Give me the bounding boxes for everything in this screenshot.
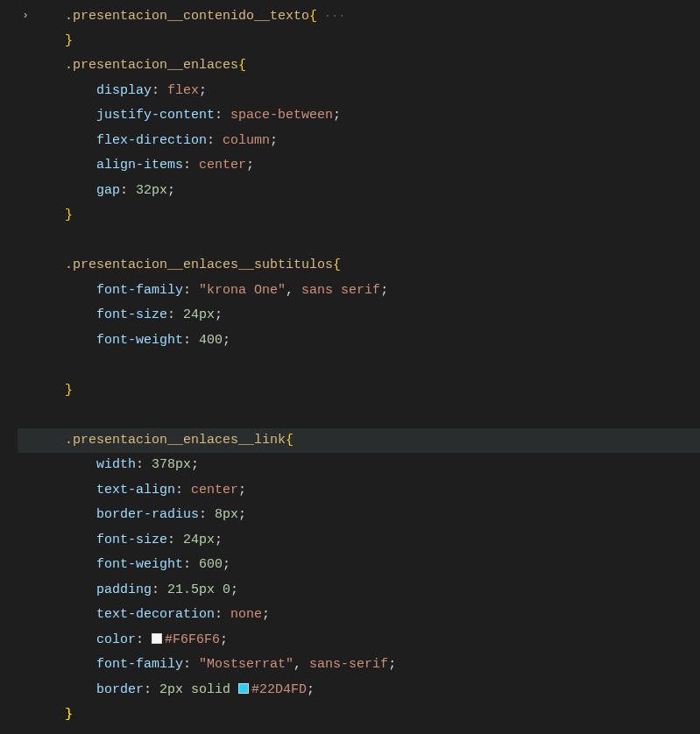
selector-line[interactable]: .presentacion__enlaces__subtitulos{ bbox=[18, 253, 700, 279]
declaration-line[interactable]: padding: 21.5px 0; bbox=[18, 578, 700, 603]
css-value: 24px bbox=[183, 307, 215, 322]
css-value-part: "Mostserrat" bbox=[199, 657, 293, 672]
colon: : bbox=[183, 158, 199, 173]
code-editor[interactable]: › .presentacion__contenido__texto{ ··· }… bbox=[0, 0, 700, 734]
selector-line[interactable]: › .presentacion__contenido__texto{ ··· bbox=[18, 4, 700, 29]
close-brace: } bbox=[65, 208, 73, 222]
colon: : bbox=[215, 607, 230, 622]
css-property: font-family bbox=[96, 657, 183, 672]
semicolon: ; bbox=[199, 83, 207, 98]
colon: : bbox=[136, 632, 152, 647]
close-brace-line[interactable]: } bbox=[18, 203, 700, 229]
semicolon: ; bbox=[262, 607, 270, 622]
semicolon: ; bbox=[191, 457, 199, 472]
css-property: text-decoration bbox=[96, 607, 215, 622]
declaration-line[interactable]: font-size: 24px; bbox=[18, 303, 700, 328]
css-color-value: #F6F6F6 bbox=[165, 632, 220, 647]
declaration-line[interactable]: font-family: "Mostserrat", sans-serif; bbox=[18, 653, 700, 678]
color-swatch-icon[interactable] bbox=[152, 633, 162, 644]
css-property: display bbox=[96, 83, 152, 98]
css-property: font-weight bbox=[96, 333, 183, 348]
css-property: font-family bbox=[96, 283, 183, 298]
css-property: padding bbox=[96, 582, 152, 597]
colon: : bbox=[207, 133, 223, 148]
css-value: column bbox=[223, 133, 270, 148]
colon: : bbox=[120, 183, 136, 198]
css-value: 600 bbox=[199, 557, 223, 572]
semicolon: ; bbox=[246, 158, 254, 173]
open-brace: { bbox=[309, 9, 317, 24]
css-value: 32px bbox=[136, 183, 167, 198]
close-brace-line[interactable]: } bbox=[18, 378, 700, 404]
css-value-part: "krona One" bbox=[199, 283, 286, 298]
css-value: none bbox=[230, 607, 262, 622]
declaration-line[interactable]: justify-content: space-between; bbox=[18, 103, 700, 129]
css-selector: .presentacion__enlaces__link bbox=[65, 433, 286, 448]
css-value-part: sans serif bbox=[301, 283, 380, 298]
css-property: align-items bbox=[96, 158, 183, 173]
semicolon: ; bbox=[388, 657, 396, 672]
css-value-part: sans-serif bbox=[309, 657, 388, 672]
css-property: gap bbox=[96, 183, 120, 198]
declaration-line[interactable]: border: 2px solid #22D4FD; bbox=[18, 678, 700, 703]
close-brace-line[interactable]: } bbox=[18, 702, 700, 728]
semicolon: ; bbox=[380, 283, 388, 298]
line-number-gutter bbox=[0, 0, 12, 734]
declaration-line[interactable]: align-items: center; bbox=[18, 153, 700, 179]
code-line[interactable] bbox=[18, 403, 700, 428]
open-brace: { bbox=[286, 433, 293, 448]
css-value: center bbox=[191, 483, 238, 498]
declaration-line[interactable]: display: flex; bbox=[18, 79, 700, 104]
declaration-line[interactable]: border-radius: 8px; bbox=[18, 503, 700, 528]
declaration-line[interactable]: font-size: 24px; bbox=[18, 528, 700, 554]
css-property: font-size bbox=[96, 307, 167, 322]
colon: : bbox=[183, 557, 199, 572]
declaration-line[interactable]: font-family: "krona One", sans serif; bbox=[18, 279, 700, 304]
css-value: 400 bbox=[199, 333, 223, 348]
colon: : bbox=[167, 533, 183, 547]
colon: : bbox=[175, 483, 191, 498]
declaration-line[interactable]: color: #F6F6F6; bbox=[18, 628, 700, 653]
declaration-line[interactable]: flex-direction: column; bbox=[18, 129, 700, 154]
css-property: text-align bbox=[96, 483, 175, 498]
semicolon: ; bbox=[167, 183, 175, 198]
code-line[interactable] bbox=[18, 229, 700, 254]
selector-line[interactable]: .presentacion__enlaces__link{ bbox=[18, 428, 700, 454]
colon: : bbox=[144, 682, 159, 697]
semicolon: ; bbox=[230, 582, 238, 597]
selector-line[interactable]: .presentacion__enlaces{ bbox=[18, 53, 700, 79]
close-brace: } bbox=[65, 383, 73, 398]
colon: : bbox=[183, 657, 199, 672]
css-value: space-between bbox=[230, 108, 333, 123]
semicolon: ; bbox=[220, 632, 228, 647]
declaration-line[interactable]: font-weight: 600; bbox=[18, 553, 700, 578]
close-brace-line[interactable]: } bbox=[18, 29, 700, 54]
declaration-line[interactable]: font-weight: 400; bbox=[18, 328, 700, 354]
declaration-line[interactable]: gap: 32px; bbox=[18, 179, 700, 204]
semicolon: ; bbox=[307, 682, 315, 697]
chevron-right-icon[interactable]: › bbox=[18, 4, 33, 29]
color-swatch-icon[interactable] bbox=[238, 683, 249, 694]
colon: : bbox=[199, 507, 215, 522]
fold-ellipsis-icon[interactable]: ··· bbox=[317, 11, 346, 23]
css-selector: .presentacion__enlaces__subtitulos bbox=[65, 258, 333, 272]
code-content[interactable]: › .presentacion__contenido__texto{ ··· }… bbox=[12, 0, 700, 734]
css-selector: .presentacion__contenido__texto bbox=[65, 9, 309, 24]
css-selector: .presentacion__enlaces bbox=[65, 58, 238, 73]
close-brace: } bbox=[65, 33, 73, 48]
css-value: 378px bbox=[152, 457, 191, 472]
declaration-line[interactable]: text-align: center; bbox=[18, 478, 700, 504]
colon: : bbox=[183, 333, 199, 348]
css-value: flex bbox=[167, 83, 199, 98]
semicolon: ; bbox=[223, 333, 230, 348]
code-line[interactable] bbox=[18, 353, 700, 378]
css-property: flex-direction bbox=[96, 133, 207, 148]
semicolon: ; bbox=[215, 307, 223, 322]
colon: : bbox=[167, 307, 183, 322]
css-value: center bbox=[199, 158, 246, 173]
css-value-part: , bbox=[293, 657, 309, 672]
declaration-line[interactable]: text-decoration: none; bbox=[18, 603, 700, 628]
declaration-line[interactable]: width: 378px; bbox=[18, 453, 700, 478]
css-property: border-radius bbox=[96, 507, 199, 522]
colon: : bbox=[136, 457, 152, 472]
